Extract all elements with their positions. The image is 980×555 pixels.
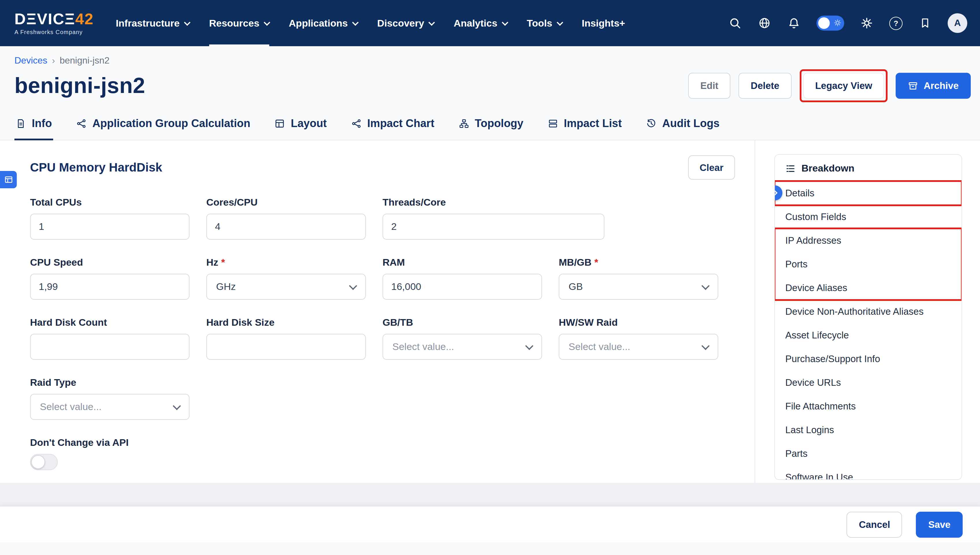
field-hw-sw-raid: HW/SW Raid Select value...: [559, 317, 735, 360]
dont-change-via-api-toggle[interactable]: [30, 454, 58, 470]
side-panel-toggle-icon[interactable]: [0, 171, 17, 188]
hard-disk-size-input[interactable]: [206, 334, 366, 360]
field-label: Hz*: [206, 257, 382, 269]
tab-topology[interactable]: Topology: [457, 112, 524, 140]
breakdown-item-details[interactable]: Details: [775, 181, 962, 205]
gb-tb-select[interactable]: Select value...: [382, 334, 542, 360]
field-label: CPU Speed: [30, 257, 206, 269]
breakdown-item-file-attachments[interactable]: File Attachments: [775, 395, 962, 418]
navbar-utilities: ? A: [728, 13, 967, 33]
field-hard-disk-size: Hard Disk Size: [206, 317, 382, 360]
sitemap-icon: [458, 119, 469, 129]
nav-label: Tools: [527, 18, 552, 29]
breakdown-icon: [785, 164, 796, 174]
chevron-down-icon: [263, 19, 270, 26]
cores-cpu-input[interactable]: [206, 214, 366, 240]
mb-gb-select[interactable]: GB: [559, 274, 718, 300]
mini-gear-icon: [833, 18, 842, 27]
tab-impact-chart[interactable]: Impact Chart: [350, 112, 435, 140]
breakdown-item-software-in-use[interactable]: Software In Use: [775, 465, 962, 480]
hz-select[interactable]: GHz: [206, 274, 366, 300]
nav-infrastructure[interactable]: Infrastructure: [116, 0, 190, 46]
hard-disk-count-input[interactable]: [30, 334, 190, 360]
nav-analytics[interactable]: Analytics: [454, 0, 507, 46]
raid-type-select[interactable]: Select value...: [30, 394, 190, 420]
breakdown-item-device-aliases[interactable]: Device Aliases: [775, 276, 962, 300]
tab-label: Impact Chart: [367, 117, 434, 130]
field-dont-change-via-api: Don't Change via API: [30, 437, 206, 470]
nav-label: Insights+: [582, 18, 625, 29]
chevron-down-icon: [702, 342, 710, 350]
breakdown-item-ports[interactable]: Ports: [775, 252, 962, 276]
main-nav: Infrastructure Resources Applications Di…: [116, 0, 625, 46]
archive-label: Archive: [924, 80, 959, 91]
delete-button[interactable]: Delete: [739, 73, 791, 99]
breakdown-item-device-non-authoritative-aliases[interactable]: Device Non-Authoritative Aliases: [775, 300, 962, 323]
cpu-speed-input[interactable]: [30, 274, 190, 300]
breakdown-item-parts[interactable]: Parts: [775, 442, 962, 465]
archive-button[interactable]: Archive: [896, 73, 971, 99]
field-total-cpus: Total CPUs: [30, 197, 206, 240]
field-hard-disk-count: Hard Disk Count: [30, 317, 206, 360]
help-icon[interactable]: ?: [889, 16, 903, 30]
page-gap: [0, 483, 980, 506]
legacy-view-button[interactable]: Legacy View: [803, 73, 884, 99]
document-icon: [16, 119, 26, 129]
breakdown-item-asset-lifecycle[interactable]: Asset Lifecycle: [775, 323, 962, 347]
tab-audit-logs[interactable]: Audit Logs: [645, 112, 721, 140]
tab-application-group-calculation[interactable]: Application Group Calculation: [75, 112, 252, 140]
breakdown-item-custom-fields[interactable]: Custom Fields: [775, 205, 962, 229]
tab-label: Layout: [291, 117, 327, 130]
tab-layout[interactable]: Layout: [273, 112, 328, 140]
toggle-knob-icon: [818, 17, 830, 29]
nav-insights-plus[interactable]: Insights+: [582, 0, 625, 46]
clear-button[interactable]: Clear: [688, 156, 735, 180]
nav-label: Applications: [289, 18, 348, 29]
field-label: Don't Change via API: [30, 437, 206, 449]
ram-input[interactable]: [382, 274, 542, 300]
tab-label: Application Group Calculation: [92, 117, 251, 130]
device42-logo[interactable]: DΞVICΞ42 A Freshworks Company: [14, 11, 94, 35]
cancel-button[interactable]: Cancel: [847, 512, 902, 537]
nav-resources[interactable]: Resources: [209, 0, 269, 46]
breakdown-item-last-logins[interactable]: Last Logins: [775, 418, 962, 442]
annotation-legacy-view: Legacy View: [799, 69, 888, 102]
breakdown-item-ip-addresses[interactable]: IP Addresses: [775, 229, 962, 252]
bell-icon[interactable]: [787, 16, 801, 30]
hw-sw-raid-select[interactable]: Select value...: [559, 334, 718, 360]
breakdown-list: Details Custom Fields IP Addresses Ports…: [775, 181, 962, 480]
field-label: Hard Disk Size: [206, 317, 382, 329]
search-icon[interactable]: [728, 16, 742, 30]
tab-impact-list[interactable]: Impact List: [546, 112, 623, 140]
field-cpu-speed: CPU Speed: [30, 257, 206, 300]
nav-applications[interactable]: Applications: [289, 0, 358, 46]
nav-tools[interactable]: Tools: [527, 0, 562, 46]
ui-theme-toggle[interactable]: [816, 16, 844, 30]
threads-core-input[interactable]: [382, 214, 604, 240]
globe-icon[interactable]: [758, 16, 771, 30]
chevron-down-icon: [525, 342, 533, 350]
section-heading: CPU Memory HardDisk: [30, 160, 162, 175]
nav-label: Resources: [209, 18, 259, 29]
edit-button[interactable]: Edit: [688, 73, 730, 99]
brand-text: DΞVICΞ42: [14, 11, 94, 27]
breakdown-sidebar: Breakdown Details Custom Fields IP Addre…: [774, 154, 962, 483]
breakdown-item-device-urls[interactable]: Device URLs: [775, 371, 962, 395]
app-window: DΞVICΞ42 A Freshworks Company Infrastruc…: [0, 0, 980, 555]
chevron-down-icon: [556, 19, 563, 26]
device-tabs: Info Application Group Calculation Layou…: [0, 102, 980, 140]
breakdown-title: Breakdown: [802, 163, 854, 175]
save-button[interactable]: Save: [916, 512, 963, 537]
chevron-down-icon: [173, 402, 181, 410]
tab-info[interactable]: Info: [14, 112, 53, 140]
user-avatar[interactable]: A: [948, 13, 967, 33]
tab-label: Topology: [475, 117, 523, 130]
breadcrumb-devices-link[interactable]: Devices: [14, 55, 47, 66]
nav-discovery[interactable]: Discovery: [378, 0, 434, 46]
field-label: HW/SW Raid: [559, 317, 735, 329]
gear-icon[interactable]: [860, 16, 874, 30]
total-cpus-input[interactable]: [30, 214, 190, 240]
bookmark-icon[interactable]: [918, 16, 932, 30]
history-icon: [646, 119, 656, 129]
breakdown-item-purchase-support-info[interactable]: Purchase/Support Info: [775, 347, 962, 371]
